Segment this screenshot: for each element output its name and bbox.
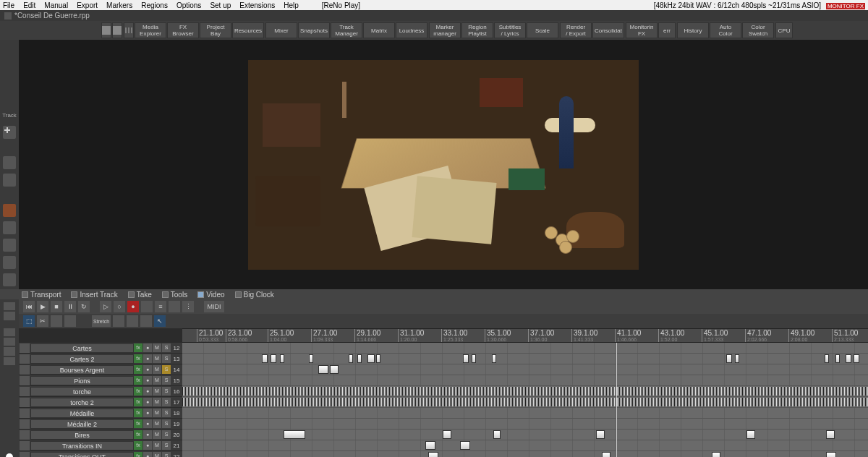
track-lane[interactable] (182, 364, 868, 375)
audio-clip[interactable] (262, 354, 268, 363)
track-mute-button[interactable]: M (153, 376, 161, 385)
audio-clip[interactable] (318, 365, 328, 374)
track-name[interactable]: Cartes (30, 343, 134, 353)
audio-clip[interactable] (825, 354, 829, 363)
audio-clip[interactable] (826, 430, 835, 439)
track-name[interactable]: torche (30, 387, 134, 396)
menu-options[interactable]: Options (176, 1, 201, 9)
track-fx-button[interactable]: fx (134, 387, 142, 396)
track-lane[interactable] (182, 408, 868, 419)
track-header[interactable]: Pionsfx●MS15 (19, 375, 182, 386)
panel-big-clock[interactable]: Big Clock (235, 291, 274, 299)
record-button[interactable]: ● (127, 301, 139, 312)
audio-clip[interactable] (735, 354, 739, 363)
track-color-icon[interactable] (20, 409, 30, 418)
pause-button[interactable]: ⏸ (64, 301, 76, 312)
track-fx-button[interactable]: fx (134, 398, 142, 406)
audio-clip[interactable] (425, 441, 435, 450)
audio-clip[interactable] (330, 365, 339, 374)
rec-toggle-2[interactable]: ○ (114, 301, 125, 312)
audio-clip[interactable] (182, 387, 868, 396)
track-solo-button[interactable]: S (162, 409, 171, 417)
tl-tool-2[interactable] (4, 312, 15, 320)
audio-clip[interactable] (726, 354, 732, 363)
edit-tool-7[interactable] (140, 315, 152, 327)
region-playlist-button[interactable]: Region Playlist (461, 22, 493, 38)
audio-clip[interactable] (746, 430, 755, 439)
consolidate-button[interactable]: Consolidat (592, 22, 624, 38)
track-fx-button[interactable]: fx (134, 409, 142, 417)
track-header[interactable]: Biresfx●MS20 (19, 430, 182, 440)
track-name[interactable]: Transitions IN (30, 441, 134, 450)
track-env-button[interactable]: ● (143, 419, 152, 428)
edit-tool-4[interactable] (64, 315, 76, 327)
project-bay-button[interactable]: Project Bay (200, 22, 231, 38)
track-lane[interactable] (182, 386, 868, 397)
audio-clip[interactable] (493, 430, 501, 439)
track-mute-button[interactable]: M (153, 409, 161, 417)
track-env-button[interactable]: ● (143, 387, 152, 396)
track-name[interactable]: Pions (30, 376, 134, 385)
add-track-icon[interactable] (3, 126, 16, 139)
audio-clip[interactable] (463, 354, 469, 363)
track-color-icon[interactable] (20, 430, 30, 440)
track-header[interactable]: Transitions OUTfx●MS22 (19, 451, 182, 457)
track-env-button[interactable]: ● (143, 376, 152, 385)
track-color-icon[interactable] (20, 419, 30, 429)
track-name[interactable]: Médaille (30, 409, 134, 418)
toolbar-icon-2[interactable] (112, 22, 122, 38)
track-header[interactable]: Transitions INfx●MS21 (19, 440, 182, 451)
panel-tools[interactable]: Tools (162, 291, 187, 299)
track-mute-button[interactable]: M (153, 452, 161, 457)
audio-clip[interactable] (854, 354, 859, 363)
menu-export[interactable]: Export (77, 1, 98, 9)
err-button[interactable]: err (658, 22, 676, 38)
track-color-icon[interactable] (20, 343, 30, 353)
sidebar-tool-4[interactable] (3, 273, 16, 286)
track-solo-button[interactable]: S (162, 441, 171, 450)
menu-edit[interactable]: Edit (23, 1, 35, 9)
audio-clip[interactable] (357, 354, 362, 363)
sidebar-tool-1[interactable] (3, 204, 16, 217)
track-header[interactable]: Cartes 2fx●MS13 (19, 354, 182, 364)
track-name[interactable]: torche 2 (30, 398, 134, 407)
audio-clip[interactable] (472, 354, 476, 363)
panel-video[interactable]: Video (197, 291, 224, 299)
track-color-icon[interactable] (20, 365, 30, 375)
pointer-tool[interactable]: ↖ (154, 315, 166, 327)
color-swatch-button[interactable]: Color Swatch (742, 22, 774, 38)
subtitles-button[interactable]: Subtitles / Lyrics (494, 22, 526, 38)
track-mute-button[interactable]: M (153, 387, 161, 396)
track-fx-button[interactable]: fx (134, 452, 142, 457)
track-color-icon[interactable] (20, 398, 30, 407)
stop-button[interactable]: ■ (51, 301, 62, 312)
track-env-button[interactable]: ● (143, 354, 152, 363)
audio-clip[interactable] (846, 354, 851, 363)
playhead[interactable] (616, 343, 617, 457)
monitor-fx-badge[interactable]: MONITOR FX (826, 3, 865, 9)
track-mute-button[interactable]: M (153, 430, 161, 439)
audio-clip[interactable] (443, 430, 451, 439)
track-name[interactable]: Bourses Argent (30, 365, 134, 375)
menu-manual[interactable]: Manual (44, 1, 68, 9)
edit-tool-6[interactable] (127, 315, 138, 327)
track-lane[interactable] (182, 440, 868, 451)
tl-tool-4[interactable] (4, 338, 15, 346)
track-mute-button[interactable]: M (153, 441, 161, 450)
grid-button[interactable]: ≡ (155, 301, 166, 312)
track-name[interactable]: Bires (30, 430, 134, 440)
matrix-button[interactable]: Matrix (363, 22, 395, 38)
track-fx-button[interactable]: fx (134, 354, 142, 363)
track-solo-button[interactable]: S (162, 430, 171, 439)
close-icon[interactable] (4, 12, 12, 20)
track-solo-button[interactable]: S (162, 387, 171, 396)
metronome-button[interactable] (141, 301, 153, 312)
trash-icon[interactable] (3, 239, 16, 252)
track-solo-button[interactable]: S (162, 376, 171, 385)
auto-color-button[interactable]: Auto Color (710, 22, 741, 38)
tl-tool-3[interactable] (4, 328, 15, 336)
track-color-icon[interactable] (20, 452, 30, 458)
track-header[interactable]: Médaille 2fx●MS19 (19, 419, 182, 430)
track-env-button[interactable]: ● (143, 409, 152, 417)
audio-clip[interactable] (182, 398, 868, 406)
